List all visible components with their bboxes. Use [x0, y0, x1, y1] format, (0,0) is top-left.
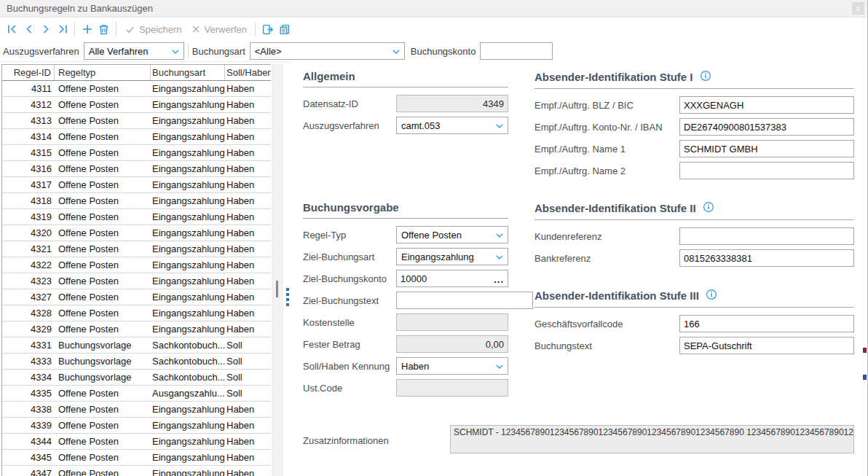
first-record-button[interactable]	[4, 20, 20, 38]
table-row[interactable]: 4312Offene PostenEingangszahlungHaben	[2, 97, 271, 113]
table-row[interactable]: 4334BuchungsvorlageSachkontobuch...Soll	[2, 370, 271, 386]
blz-bic-input[interactable]	[679, 96, 854, 114]
previous-record-button[interactable]	[20, 20, 37, 38]
table-row[interactable]: 4344Offene PostenEingangszahlungHaben	[2, 434, 271, 450]
table-cell: Haben	[225, 450, 271, 465]
table-row[interactable]: 4320Offene PostenEingangszahlungHaben	[2, 225, 271, 241]
table-row[interactable]: 4335Offene PostenAusgangszahlu...Soll	[2, 386, 271, 402]
ziel-buchungstext-input[interactable]	[396, 292, 533, 309]
table-cell: 4345	[2, 450, 55, 465]
copy-arrow-icon	[261, 23, 274, 36]
table-row[interactable]: 4322Offene PostenEingangszahlungHaben	[2, 257, 271, 273]
buchungstext-input[interactable]	[679, 337, 854, 354]
regel-typ-select[interactable]: Offene Posten	[396, 226, 508, 243]
name2-label: Empf./Auftrg. Name 2	[534, 165, 679, 176]
discard-button-label: Verwerfen	[205, 24, 248, 35]
geschaeftsvorfallcode-input[interactable]	[679, 315, 854, 332]
table-row[interactable]: 4338Offene PostenEingangszahlungHaben	[2, 402, 271, 418]
table-cell: Offene Posten	[55, 129, 151, 144]
section-title-text: Allgemein	[303, 70, 355, 82]
column-header-buchungsart[interactable]: Buchungsart	[151, 65, 225, 80]
table-row[interactable]: 4316Offene PostenEingangszahlungHaben	[2, 161, 271, 177]
name2-input[interactable]	[679, 162, 854, 179]
kundenreferenz-input[interactable]	[679, 227, 854, 245]
section-title-text: Absender-Identifikation Stufe II	[534, 202, 696, 214]
column-header-regel-id[interactable]: Regel-ID	[2, 65, 55, 80]
close-button[interactable]: x	[852, 2, 864, 15]
konto-iban-input[interactable]	[679, 118, 854, 136]
soll-haben-kennung-label: Soll/Haben Kennung	[303, 361, 396, 372]
table-row[interactable]: 4323Offene PostenEingangszahlungHaben	[2, 273, 271, 289]
table-row[interactable]: 4345Offene PostenEingangszahlungHaben	[2, 450, 271, 466]
ziel-buchungskonto-field[interactable]: 10000 ...	[396, 270, 508, 287]
table-row[interactable]: 4347Offene PostenEingangszahlungHaben	[2, 466, 271, 476]
section-buchungsvorgabe: Buchungsvorgabe Regel-Typ Offene Posten …	[303, 201, 508, 401]
panel-splitter[interactable]	[283, 64, 292, 476]
name1-input[interactable]	[679, 140, 854, 157]
info-icon[interactable]	[700, 70, 711, 84]
table-row[interactable]: 4329Offene PostenEingangszahlungHaben	[2, 321, 271, 338]
splitter-grip-icon	[286, 288, 289, 306]
section-stufe3-title: Absender-Identifikation Stufe III	[534, 289, 854, 308]
table-cell: Eingangszahlung	[151, 273, 225, 289]
auszugsverfahren-filter-dropdown[interactable]: Alle Verfahren	[84, 42, 184, 60]
table-cell: Offene Posten	[55, 257, 151, 273]
table-row[interactable]: 4315Offene PostenEingangszahlungHaben	[2, 145, 271, 161]
table-cell: Eingangszahlung	[151, 289, 225, 305]
table-row[interactable]: 4328Offene PostenEingangszahlungHaben	[2, 305, 271, 321]
column-header-regeltyp[interactable]: Regeltyp	[55, 65, 151, 80]
ziel-buchungskonto-value: 10000	[401, 273, 427, 284]
last-record-button[interactable]	[54, 20, 71, 38]
column-header-soll-haben[interactable]: Soll/Haben	[225, 65, 271, 80]
table-row[interactable]: 4319Offene PostenEingangszahlungHaben	[2, 209, 271, 225]
buchungstext-label: Buchungstext	[534, 340, 679, 351]
duplicate-rule-button[interactable]	[276, 20, 293, 38]
auszugsverfahren-filter-label: Auszugsverfahren	[3, 46, 79, 57]
table-row[interactable]: 4333BuchungsvorlageSachkontobuch...Soll	[2, 354, 271, 370]
table-row[interactable]: 4311Offene PostenEingangszahlungHaben	[2, 81, 271, 97]
bankreferenz-input[interactable]	[679, 249, 854, 267]
table-row[interactable]: 4321Offene PostenEingangszahlungHaben	[2, 241, 271, 257]
ziel-buchungsart-select[interactable]: Eingangszahlung	[396, 248, 508, 265]
info-icon[interactable]	[706, 289, 717, 303]
info-icon[interactable]	[703, 201, 714, 215]
zusatzinformationen-label: Zusatzinformationen	[303, 435, 389, 446]
scrollbar-thumb[interactable]	[276, 281, 278, 297]
table-row[interactable]: 4318Offene PostenEingangszahlungHaben	[2, 193, 271, 209]
table-cell: 4339	[2, 418, 55, 433]
table-cell: Offene Posten	[55, 241, 151, 257]
table-cell: 4327	[2, 289, 55, 305]
table-cell: Eingangszahlung	[151, 97, 225, 112]
table-cell: Soll	[225, 386, 271, 401]
datensatz-id-value: 4349	[483, 98, 504, 109]
buchungskonto-filter-label: Buchungskonto	[411, 46, 476, 57]
table-cell: Sachkontobuch...	[151, 354, 225, 369]
table-row[interactable]: 4331BuchungsvorlageSachkontobuch...Soll	[2, 338, 271, 354]
discard-button[interactable]: Verwerfen	[186, 20, 252, 38]
table-row[interactable]: 4317Offene PostenEingangszahlungHaben	[2, 177, 271, 193]
save-button[interactable]: Speichern	[120, 20, 186, 38]
copy-rule-button[interactable]	[259, 20, 276, 38]
table-row[interactable]: 4314Offene PostenEingangszahlungHaben	[2, 129, 271, 145]
table-cell: Haben	[225, 193, 271, 208]
table-cell: Offene Posten	[55, 418, 151, 433]
soll-haben-kennung-select[interactable]: Haben	[396, 357, 508, 375]
table-cell: Eingangszahlung	[151, 81, 225, 96]
lookup-ellipsis-button[interactable]: ...	[494, 276, 504, 286]
next-record-button[interactable]	[37, 20, 54, 38]
buchungskonto-filter-input[interactable]	[480, 42, 553, 60]
table-row[interactable]: 4313Offene PostenEingangszahlungHaben	[2, 113, 271, 129]
chevron-down-icon	[171, 47, 180, 56]
buchungsart-filter-dropdown[interactable]: <Alle>	[250, 42, 405, 60]
table-cell: Offene Posten	[55, 161, 151, 176]
add-record-button[interactable]	[79, 20, 95, 38]
table-row[interactable]: 4327Offene PostenEingangszahlungHaben	[2, 289, 271, 305]
table-cell: Eingangszahlung	[151, 466, 225, 476]
chevron-down-icon	[392, 47, 401, 56]
delete-record-button[interactable]	[95, 20, 112, 38]
table-cell: Haben	[225, 113, 271, 128]
table-cell: Ausgangszahlu...	[151, 386, 225, 401]
table-scrollbar[interactable]	[272, 64, 283, 476]
table-row[interactable]: 4339Offene PostenEingangszahlungHaben	[2, 418, 271, 434]
auszugsverfahren-select[interactable]: camt.053	[396, 117, 508, 134]
